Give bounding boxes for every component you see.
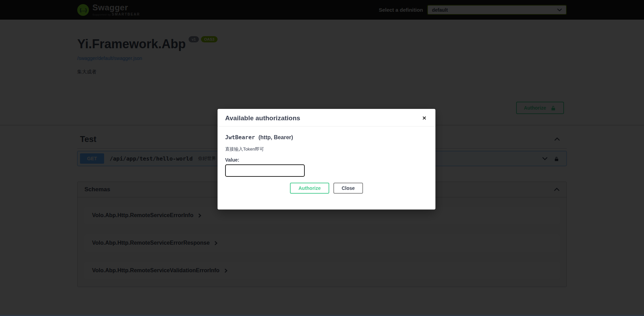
auth-scheme-description: 直接输入Token即可 xyxy=(225,146,428,152)
value-label: Value: xyxy=(225,157,428,163)
modal-close-button[interactable]: Close xyxy=(333,183,363,194)
close-icon[interactable]: ✕ xyxy=(421,114,428,122)
authorizations-modal: Available authorizations ✕ JwtBearer (ht… xyxy=(218,109,435,210)
modal-title: Available authorizations xyxy=(225,114,300,122)
modal-authorize-button[interactable]: Authorize xyxy=(290,183,329,194)
token-value-input[interactable] xyxy=(225,164,305,177)
auth-scheme-meta: (http, Bearer) xyxy=(259,134,293,141)
auth-scheme-name: JwtBearer xyxy=(225,134,255,141)
